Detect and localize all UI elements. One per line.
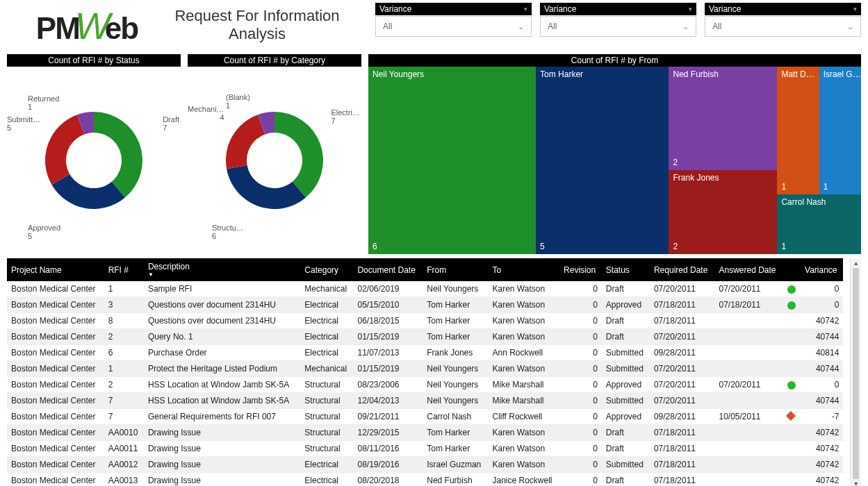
table-cell: Karen Watson [488, 329, 559, 345]
table-cell [783, 425, 801, 441]
table-cell [714, 361, 783, 377]
table-header[interactable] [783, 258, 801, 281]
table-cell [714, 313, 783, 329]
table-row[interactable]: Boston Medical CenterAA0013Drawing Issue… [7, 473, 843, 487]
table-header[interactable]: Variance [801, 258, 843, 281]
table-cell: Structural [300, 377, 353, 393]
table-cell: Purchase Order [144, 345, 300, 361]
treemap-item[interactable]: Neil Youngers6 [368, 67, 536, 254]
table-row[interactable]: Boston Medical Center7HSS Location at Wi… [7, 393, 843, 409]
table-cell: 1 [104, 361, 144, 377]
filter-select-0[interactable]: All⌄ [375, 16, 532, 37]
table-header[interactable]: Description▼ [144, 258, 300, 281]
table-cell: 09/21/2011 [353, 409, 423, 425]
table-cell: Boston Medical Center [7, 329, 104, 345]
table-row[interactable]: Boston Medical Center1Protect the Herita… [7, 361, 843, 377]
table-cell: 1 [104, 281, 144, 297]
table-cell: 40742 [801, 313, 843, 329]
table-cell: 01/15/2019 [353, 329, 423, 345]
table-cell: Tom Harker [423, 297, 488, 313]
table-cell: 07/18/2011 [650, 473, 715, 487]
table-cell: HSS Location at Window Jamb SK-5A [144, 377, 300, 393]
table-cell: Electrical [300, 345, 353, 361]
logo-w: W [75, 4, 109, 47]
table-cell: 07/20/2011 [714, 377, 783, 393]
table-cell: Boston Medical Center [7, 313, 104, 329]
table-cell [783, 441, 801, 457]
table-cell [714, 345, 783, 361]
treemap-item[interactable]: Israel G…1 [819, 67, 861, 194]
table-header[interactable]: Status [602, 258, 650, 281]
table-cell: 07/18/2011 [650, 457, 715, 473]
table-header[interactable]: Category [300, 258, 353, 281]
table-cell: 40742 [801, 457, 843, 473]
table-cell: AA0010 [104, 425, 144, 441]
table-row[interactable]: Boston Medical Center3Questions over doc… [7, 297, 843, 313]
treemap-item[interactable]: Frank Jones2 [669, 170, 777, 255]
table-row[interactable]: Boston Medical Center1Sample RFIMechanic… [7, 281, 843, 297]
table-cell [783, 361, 801, 377]
scroll-down-icon[interactable]: ▼ [851, 479, 861, 486]
treemap-chart-from[interactable]: Neil Youngers6Tom Harker5Ned Furbish2Fra… [368, 67, 861, 254]
table-header[interactable]: Revision [559, 258, 602, 281]
table-cell: 05/15/2010 [353, 297, 423, 313]
table-header[interactable]: From [423, 258, 488, 281]
table-cell: Submitted [602, 345, 650, 361]
table-cell [783, 281, 801, 297]
table-cell: Structural [300, 425, 353, 441]
table-cell: 0 [559, 361, 602, 377]
table-cell [783, 329, 801, 345]
logo-suffix: eb [105, 11, 138, 46]
filter-select-2[interactable]: All⌄ [705, 16, 861, 37]
table-cell: Neil Youngers [423, 393, 488, 409]
table-cell [783, 345, 801, 361]
table-scrollbar[interactable]: ▲ ▼ [850, 258, 861, 486]
table-header[interactable]: Answered Date [714, 258, 783, 281]
table-row[interactable]: Boston Medical Center7General Requiremen… [7, 409, 843, 425]
table-header[interactable]: RFI # [104, 258, 144, 281]
treemap-item[interactable]: Tom Harker5 [536, 67, 669, 254]
treemap-item[interactable]: Ned Furbish2 [669, 67, 777, 170]
table-row[interactable]: Boston Medical Center2HSS Location at Wi… [7, 377, 843, 393]
table-header[interactable]: To [488, 258, 559, 281]
table-row[interactable]: Boston Medical CenterAA0012Drawing Issue… [7, 457, 843, 473]
table-cell: 0 [559, 297, 602, 313]
table-cell [783, 457, 801, 473]
table-cell: 08/23/2006 [353, 377, 423, 393]
treemap-item[interactable]: Carrol Nash1 [777, 194, 861, 254]
table-cell: 07/20/2011 [650, 377, 715, 393]
table-cell: Neil Youngers [423, 361, 488, 377]
status-dot-green [787, 285, 796, 294]
table-cell: 07/20/2011 [714, 281, 783, 297]
chart-title-from: Count of RFI # by From [368, 54, 861, 67]
chevron-down-icon: ⌄ [847, 22, 853, 31]
table-cell: Karen Watson [488, 281, 559, 297]
table-cell: Neil Youngers [423, 377, 488, 393]
table-row[interactable]: Boston Medical CenterAA0011Drawing Issue… [7, 441, 843, 457]
table-row[interactable]: Boston Medical Center2Query No. 1Electri… [7, 329, 843, 345]
table-header[interactable]: Required Date [650, 258, 715, 281]
table-header[interactable]: Document Date [353, 258, 423, 281]
table-cell: -7 [801, 409, 843, 425]
table-cell: 12/29/2015 [353, 425, 423, 441]
filter-select-1[interactable]: All⌄ [540, 16, 696, 37]
status-dot-green [787, 381, 796, 389]
table-cell: Mechanical [300, 361, 353, 377]
table-cell: Cliff Rockwell [488, 409, 559, 425]
treemap-item[interactable]: Matt D…1 [777, 67, 819, 194]
app-logo: PMWeb [7, 3, 167, 50]
table-cell: Boston Medical Center [7, 297, 104, 313]
table-cell: Questions over document 2314HU [144, 313, 300, 329]
table-cell: Karen Watson [488, 441, 559, 457]
table-cell: 0 [559, 409, 602, 425]
table-row[interactable]: Boston Medical CenterAA0010Drawing Issue… [7, 425, 843, 441]
donut-chart-category[interactable]: Electri…7Structu…6Mechani…4(Blank)1 [188, 67, 361, 254]
table-cell: 07/20/2011 [650, 393, 715, 409]
table-cell: Electrical [300, 313, 353, 329]
table-row[interactable]: Boston Medical Center6Purchase OrderElec… [7, 345, 843, 361]
table-row[interactable]: Boston Medical Center8Questions over doc… [7, 313, 843, 329]
table-cell: Draft [602, 441, 650, 457]
donut-chart-status[interactable]: Draft7Approved5Submitt…5Returned1 [7, 67, 181, 254]
scroll-up-icon[interactable]: ▲ [851, 258, 861, 268]
table-header[interactable]: Project Name [7, 258, 104, 281]
